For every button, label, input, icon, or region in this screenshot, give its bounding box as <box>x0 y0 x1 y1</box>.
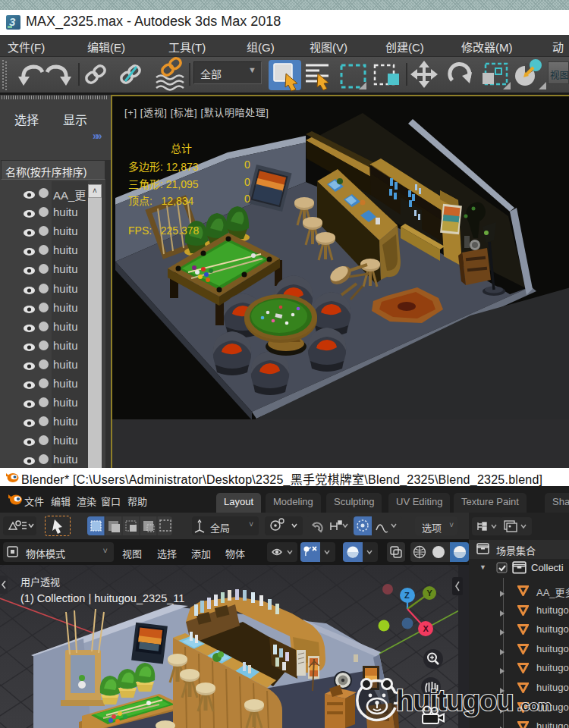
svg-text:huitugou: huitugou <box>396 685 513 717</box>
svg-text:X: X <box>423 624 429 633</box>
svg-text:Y: Y <box>427 588 433 598</box>
svg-text:Z: Z <box>404 591 410 600</box>
svg-text:.com: .com <box>517 698 551 714</box>
